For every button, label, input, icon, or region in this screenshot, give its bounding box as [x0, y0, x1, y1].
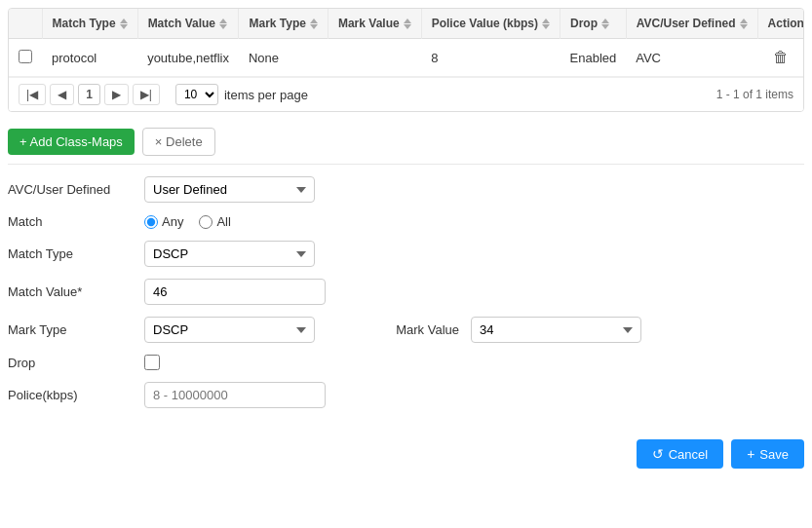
- cell-actions: 🗑: [757, 39, 804, 77]
- match-type-select[interactable]: DSCP Protocol Precedence: [144, 241, 315, 267]
- sort-icon-police-value: [542, 19, 550, 29]
- police-label: Police(kbps): [8, 388, 144, 402]
- save-button[interactable]: + Save: [731, 439, 804, 469]
- form-section: AVC/User Defined User Defined AVC Match …: [0, 169, 812, 428]
- action-buttons: ↺ Cancel + Save: [0, 428, 812, 476]
- save-icon: +: [747, 446, 754, 462]
- row-checkbox-cell[interactable]: [9, 39, 42, 77]
- drop-checkbox[interactable]: [144, 355, 160, 370]
- police-row: Police(kbps): [8, 382, 804, 408]
- toolbar: + Add Class-Maps × Delete: [0, 120, 812, 160]
- cell-mark-value: [328, 39, 421, 77]
- match-row: Match Any All: [8, 214, 804, 229]
- police-input[interactable]: [144, 382, 326, 408]
- avc-select[interactable]: User Defined AVC: [144, 176, 315, 203]
- match-any-radio[interactable]: [144, 215, 158, 229]
- th-mark-type[interactable]: Mark Type: [239, 9, 328, 39]
- match-all-option[interactable]: All: [199, 214, 230, 229]
- next-page-button[interactable]: ▶: [104, 84, 129, 105]
- row-checkbox[interactable]: [19, 50, 32, 63]
- pagination-row: |◀ ◀ 1 ▶ ▶| 10 25 50 items per page 1 - …: [9, 77, 803, 111]
- mark-row: Mark Type DSCP None Precedence Mark Valu…: [8, 317, 804, 343]
- match-radio-group: Any All: [144, 214, 231, 229]
- sort-icon-mark-value: [404, 19, 411, 29]
- page-info: 1 - 1 of 1 items: [716, 88, 793, 101]
- match-type-row: Match Type DSCP Protocol Precedence: [8, 241, 804, 267]
- add-class-maps-button[interactable]: + Add Class-Maps: [8, 129, 135, 155]
- row-delete-button[interactable]: 🗑: [767, 47, 794, 68]
- table-row: protocol youtube,netflix None 8 Enabled …: [9, 39, 804, 77]
- match-any-label: Any: [162, 214, 183, 229]
- current-page-button[interactable]: 1: [78, 84, 100, 105]
- th-mark-value[interactable]: Mark Value: [328, 9, 421, 39]
- sort-icon-match-type: [120, 19, 128, 29]
- prev-page-button[interactable]: ◀: [50, 84, 74, 105]
- sort-icon-avc-user: [740, 19, 748, 29]
- class-maps-table: Match Type Match Value: [9, 9, 804, 77]
- table-header-row: Match Type Match Value: [9, 9, 804, 39]
- sort-icon-drop: [601, 19, 609, 29]
- th-avc-user[interactable]: AVC/User Defined: [626, 9, 757, 39]
- cell-match-type: protocol: [42, 39, 137, 77]
- cell-police-value: 8: [421, 39, 560, 77]
- pagination-controls: |◀ ◀ 1 ▶ ▶|: [19, 84, 160, 105]
- cell-drop: Enabled: [561, 39, 627, 77]
- mark-type-label: Mark Type: [8, 322, 144, 337]
- divider: [8, 164, 804, 165]
- match-value-row: Match Value*: [8, 279, 804, 305]
- match-type-label: Match Type: [8, 246, 144, 261]
- match-any-option[interactable]: Any: [144, 214, 183, 229]
- drop-label: Drop: [8, 356, 144, 370]
- cancel-icon: ↺: [652, 446, 664, 462]
- sort-icon-match-value: [219, 19, 227, 29]
- cancel-button[interactable]: ↺ Cancel: [637, 439, 723, 469]
- th-match-type[interactable]: Match Type: [42, 9, 137, 39]
- per-page-select[interactable]: 10 25 50: [175, 84, 218, 105]
- mark-value-label: Mark Value: [354, 322, 471, 337]
- th-drop[interactable]: Drop: [561, 9, 627, 39]
- match-label: Match: [8, 214, 144, 229]
- first-page-button[interactable]: |◀: [19, 84, 46, 105]
- drop-row: Drop: [8, 355, 804, 370]
- mark-value-select[interactable]: 34 0 1: [471, 317, 641, 343]
- cell-avc-user: AVC: [626, 39, 757, 77]
- th-checkbox: [9, 9, 42, 39]
- cell-mark-type: None: [239, 39, 328, 77]
- cell-match-value: youtube,netflix: [137, 39, 239, 77]
- last-page-button[interactable]: ▶|: [133, 84, 160, 105]
- avc-row: AVC/User Defined User Defined AVC: [8, 176, 804, 203]
- avc-label: AVC/User Defined: [8, 182, 144, 197]
- class-maps-table-container: Match Type Match Value: [8, 8, 804, 112]
- th-match-value[interactable]: Match Value: [137, 9, 239, 39]
- match-value-input[interactable]: [144, 279, 326, 305]
- mark-type-select[interactable]: DSCP None Precedence: [144, 317, 315, 343]
- th-actions: Actions: [757, 9, 804, 39]
- match-all-radio[interactable]: [199, 215, 213, 229]
- per-page-select-group: 10 25 50 items per page: [175, 84, 308, 105]
- sort-icon-mark-type: [310, 19, 318, 29]
- match-value-label: Match Value*: [8, 284, 144, 299]
- match-all-label: All: [216, 214, 230, 229]
- per-page-label: items per page: [224, 88, 308, 102]
- delete-button[interactable]: × Delete: [142, 128, 215, 156]
- th-police-value[interactable]: Police Value (kbps): [421, 9, 560, 39]
